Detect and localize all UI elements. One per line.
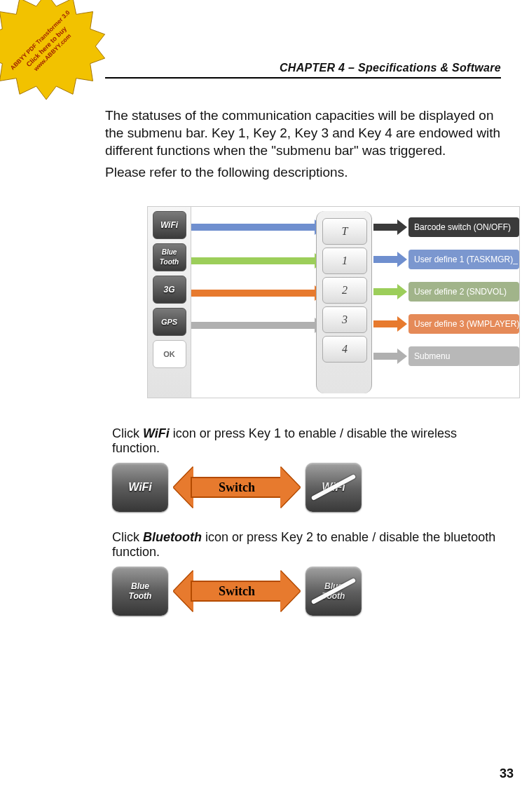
wifi-off-icon: WiFi bbox=[305, 463, 362, 512]
switch-arrow-icon: Switch bbox=[174, 467, 300, 508]
sidebar-bluetooth-icon: BlueTooth bbox=[153, 243, 186, 271]
label-submenu: Submenu bbox=[408, 346, 519, 366]
label-user-define-3: User define 3 (WMPLAYER) bbox=[408, 314, 519, 334]
arrow-3-to-label bbox=[373, 316, 399, 332]
arrow-1-to-label bbox=[373, 252, 399, 267]
key-4: 4 bbox=[322, 336, 367, 363]
arrow-2-to-label bbox=[373, 284, 399, 299]
wifi-on-icon: WiFi bbox=[112, 463, 168, 512]
key-2: 2 bbox=[322, 277, 367, 304]
diagram-sidebar: WiFi BlueTooth 3G GPS OK bbox=[148, 207, 191, 398]
arrow-wifi-to-t bbox=[191, 219, 316, 235]
label-user-define-2: User define 2 (SNDVOL) bbox=[408, 282, 519, 302]
intro-paragraph-1: The statuses of the communication capaci… bbox=[105, 107, 501, 159]
diagram-keypad: T 1 2 3 4 bbox=[316, 211, 372, 393]
arrow-4-to-label bbox=[373, 349, 399, 364]
arrow-bt-to-1 bbox=[191, 253, 316, 269]
label-user-define-1: User define 1 (TASKMGR)_ bbox=[408, 250, 519, 269]
switch-arrow-icon: Switch bbox=[174, 571, 300, 611]
arrow-3g-to-2 bbox=[191, 285, 316, 301]
bluetooth-on-icon: BlueTooth bbox=[112, 567, 168, 616]
label-barcode-switch: Barcode switch (ON/OFF) bbox=[408, 217, 519, 237]
bluetooth-instruction: Click Bluetooth icon or press Key 2 to e… bbox=[112, 530, 501, 560]
sidebar-ok-button: OK bbox=[153, 340, 186, 368]
page-number: 33 bbox=[500, 766, 514, 781]
chapter-header: CHAPTER 4 – Specifications & Software bbox=[105, 62, 501, 74]
wifi-instruction: Click WiFi icon or press Key 1 to enable… bbox=[112, 426, 501, 456]
intro-paragraph-2: Please refer to the following descriptio… bbox=[105, 163, 501, 181]
key-3: 3 bbox=[322, 306, 367, 333]
sidebar-gps-icon: GPS bbox=[153, 308, 186, 336]
arrow-t-to-label bbox=[373, 219, 399, 235]
sidebar-3g-icon: 3G bbox=[153, 276, 186, 304]
header-rule bbox=[105, 77, 501, 79]
key-1: 1 bbox=[322, 248, 367, 274]
sidebar-wifi-icon: WiFi bbox=[153, 211, 186, 239]
key-t: T bbox=[322, 218, 367, 245]
arrow-gps-to-3 bbox=[191, 318, 316, 333]
bluetooth-off-icon: BlueTooth bbox=[305, 567, 362, 616]
bluetooth-switch-row: BlueTooth Switch BlueTooth bbox=[112, 567, 501, 616]
submenu-diagram: WiFi BlueTooth 3G GPS OK bbox=[147, 206, 520, 398]
wifi-switch-row: WiFi Switch WiFi bbox=[112, 463, 501, 512]
